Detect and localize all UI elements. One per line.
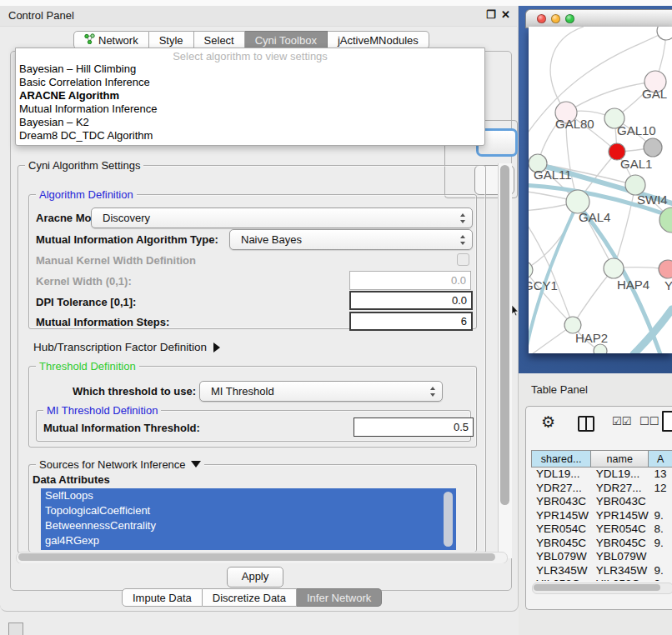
stepper-icon [460, 213, 466, 223]
scrollbar-thumb[interactable] [534, 584, 660, 591]
table-row[interactable]: YIL052CYIL052C9 [531, 578, 672, 581]
network-node[interactable] [644, 138, 662, 157]
table-cell: YBR043C [591, 495, 649, 509]
table-row[interactable]: YDL19...YDL19...13 [531, 468, 672, 482]
dropdown-list: Bayesian – Hill ClimbingBasic Correlatio… [16, 62, 484, 142]
algorithm-definition-group: Algorithm Definition Aracne Mode: Discov… [28, 194, 477, 329]
column-header-name[interactable]: name [591, 450, 649, 468]
mi-threshold-definition-group: MI Threshold Definition Mutual Informati… [36, 410, 471, 442]
check-all-icon[interactable]: ☑☑ [612, 415, 631, 428]
dropdown-item-bayesian-hill-climbing[interactable]: Bayesian – Hill Climbing [16, 62, 484, 76]
table-row[interactable]: YDR27...YDR27...12 [531, 482, 672, 496]
tab-discretize-data[interactable]: Discretize Data [203, 588, 297, 607]
network-view[interactable]: GALGAL80GAL10GAL1GAL11SWI4GAL4GCY1HAP4YH… [529, 27, 672, 353]
dropdown-item-basic-correlation-inference[interactable]: Basic Correlation Inference [16, 76, 484, 89]
table-cell: 9. [649, 564, 672, 578]
algorithm-definition-label: Algorithm Definition [36, 188, 137, 201]
column-view-icon[interactable] [578, 416, 594, 432]
table-row[interactable]: YBR043CYBR043C [531, 495, 672, 509]
collapse-down-icon[interactable] [191, 461, 201, 468]
close-panel-icon[interactable]: ✕ [501, 8, 510, 21]
which-threshold-combobox[interactable]: MI Threshold [199, 381, 443, 402]
tab-cyni-toolbox[interactable]: Cyni Toolbox [245, 31, 328, 49]
attribute-item-betweennesscentrality[interactable]: BetweennessCentrality [41, 518, 456, 533]
manual-kernel-width-checkbox[interactable] [457, 253, 469, 266]
table-row[interactable]: YBL079WYBL079W [531, 550, 672, 564]
table-cell: YBR045C [531, 537, 591, 551]
table-row[interactable]: YPR145WYPR145W9. [531, 509, 672, 523]
attribute-item-gal4rgexp[interactable]: gal4RGexp [41, 533, 456, 548]
network-window-titlebar[interactable] [525, 9, 672, 28]
apply-button[interactable]: Apply [227, 567, 283, 588]
float-panel-icon[interactable]: ❐ [486, 8, 496, 21]
scrollbar-thumb[interactable] [500, 165, 509, 505]
minimize-window-icon[interactable] [551, 14, 560, 23]
table-cell: 13 [649, 468, 672, 482]
table-cell: YIL052C [591, 578, 649, 581]
dropdown-item-dream8-dc-tdc-algorithm[interactable]: Dream8 DC_TDC Algorithm [16, 129, 484, 142]
attribute-item-topologicalcoefficient[interactable]: TopologicalCoefficient [41, 503, 456, 518]
table-cell: YDL19... [531, 468, 591, 482]
node-label-gal4: GAL4 [579, 210, 610, 224]
table-cell: YIL052C [531, 578, 591, 581]
table-horizontal-scrollbar[interactable] [532, 582, 672, 594]
attribute-item-selfloops[interactable]: SelfLoops [41, 488, 456, 503]
table-cell: YPR145W [591, 509, 649, 523]
node-label-gal11: GAL11 [534, 168, 572, 182]
tab-network[interactable]: Network [73, 31, 149, 49]
close-window-icon[interactable] [537, 14, 546, 23]
kernel-width-field[interactable]: 0.0 [349, 271, 471, 290]
settings-vertical-scrollbar[interactable] [498, 163, 512, 558]
table-cell: YBR043C [531, 495, 591, 509]
node-label-hap2: HAP2 [575, 331, 608, 345]
mi-algorithm-type-combobox[interactable]: Naive Bayes [229, 229, 473, 250]
hub-definition-label: Hub/Transcription Factor Definition [33, 341, 207, 353]
dropdown-item-mutual-information-inference[interactable]: Mutual Information Inference [16, 102, 484, 116]
network-node-gcy1[interactable] [529, 262, 533, 278]
algorithm-dropdown: Select algorithm to view settings Bayesi… [15, 48, 485, 146]
list-scrollbar[interactable] [444, 492, 453, 547]
table-row[interactable]: YER054CYER054C8. [531, 522, 672, 537]
tab-jactivemnodules[interactable]: jActiveMNodules [328, 31, 429, 49]
gear-icon[interactable]: ⚙ [541, 412, 555, 432]
hub-definition-expander[interactable]: Hub/Transcription Factor Definition [33, 341, 220, 353]
table-row[interactable]: YLR345WYLR345W9. [531, 564, 672, 578]
dpi-tolerance-field[interactable]: 0.0 [349, 291, 473, 310]
network-edge-highlighted [634, 309, 672, 353]
scrollbar-thumb[interactable] [18, 553, 495, 561]
cyni-algorithm-settings-group: Cyni Algorithm Settings Algorithm Defini… [18, 165, 486, 553]
network-icon [84, 32, 95, 49]
column-header-shared[interactable]: shared... [531, 450, 591, 468]
tab-label: Style [159, 32, 183, 49]
table-cell: YER054C [531, 522, 591, 537]
tab-style[interactable]: Style [149, 31, 194, 49]
tab-select[interactable]: Select [194, 31, 245, 49]
dropdown-item-bayesian-k2[interactable]: Bayesian – K2 [16, 116, 484, 129]
tab-infer-network[interactable]: Infer Network [297, 588, 382, 607]
uncheck-all-icon[interactable]: ☐☐ [639, 415, 659, 428]
aracne-mode-value: Discovery [103, 212, 150, 224]
network-node-hap4[interactable] [604, 258, 624, 278]
mi-threshold-field[interactable]: 0.5 [354, 418, 474, 437]
mi-steps-field[interactable]: 6 [349, 312, 473, 331]
table-row[interactable]: YBR045CYBR045C9. [531, 537, 672, 551]
network-node[interactable] [657, 27, 672, 40]
mi-algorithm-type-value: Naive Bayes [241, 233, 302, 246]
aracne-mode-combobox[interactable]: Discovery [91, 208, 473, 228]
column-header-a[interactable]: A [649, 450, 672, 468]
network-node-y[interactable] [659, 260, 672, 278]
dropdown-item-aracne-algorithm[interactable]: ARACNE Algorithm [16, 89, 484, 102]
zoom-window-icon[interactable] [565, 14, 574, 23]
table-panel-area: Table Panel ⚙ ☑☑ ☐☐ shared...nameA YDL19… [519, 373, 672, 635]
tab-label: Impute Data [133, 589, 192, 607]
control-panel-titlebar: Control Panel ❐ ✕ [0, 6, 517, 27]
tab-impute-data[interactable]: Impute Data [122, 588, 203, 607]
settings-horizontal-scrollbar[interactable] [16, 552, 508, 564]
apply-row: Apply [12, 563, 510, 589]
network-node[interactable] [594, 344, 607, 353]
collapsed-panel-grip[interactable] [8, 622, 23, 635]
document-icon[interactable] [662, 411, 672, 432]
table-cell: YBL079W [531, 550, 591, 564]
data-attributes-list[interactable]: SelfLoopsTopologicalCoefficientBetweenne… [41, 488, 456, 550]
expand-right-icon[interactable] [213, 342, 220, 352]
